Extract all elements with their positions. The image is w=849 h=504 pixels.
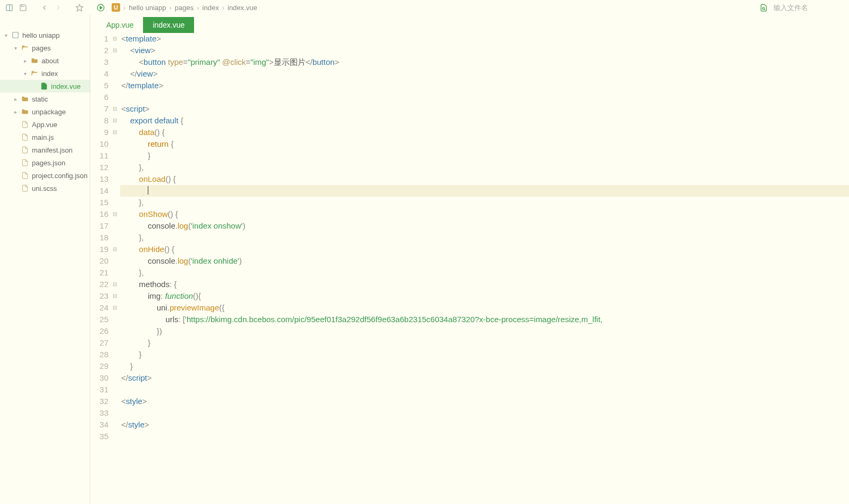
file-explorer[interactable]: ▾hello uniapp▾pages▸about▾indexindex.vue… (0, 15, 90, 504)
search-input[interactable] (771, 3, 846, 13)
breadcrumb-item[interactable]: index.vue (228, 4, 257, 12)
code-line[interactable]: </template> (120, 80, 849, 91)
save-icon[interactable] (17, 2, 29, 13)
code-line[interactable]: onHide() { (120, 243, 849, 255)
svg-rect-6 (13, 32, 19, 38)
fold-toggle-icon[interactable]: ⊟ (113, 33, 120, 45)
tree-node[interactable]: pages.json (0, 156, 90, 169)
code-line[interactable]: </script> (120, 372, 849, 384)
fold-toggle-icon (113, 173, 120, 185)
code-line[interactable] (120, 407, 849, 419)
tree-node-label: App.vue (32, 121, 57, 129)
code-line[interactable]: urls: ['https://bkimg.cdn.bcebos.com/pic… (120, 314, 849, 325)
uniapp-icon: U (112, 3, 120, 12)
fold-toggle-icon (113, 314, 120, 325)
editor-pane: App.vueindex.vue 12345678910111213141516… (90, 15, 849, 504)
code-line[interactable]: console.log('index onhide') (120, 255, 849, 267)
tree-node[interactable]: App.vue (0, 118, 90, 131)
breadcrumb-item[interactable]: index (203, 4, 219, 12)
tree-node[interactable]: main.js (0, 131, 90, 144)
fold-toggle-icon[interactable]: ⊟ (113, 45, 120, 56)
code-line[interactable]: }, (120, 162, 849, 173)
nav-back-icon[interactable] (38, 2, 50, 13)
code-line[interactable]: img: function(){ (120, 290, 849, 302)
code-line[interactable]: <style> (120, 396, 849, 407)
tree-node[interactable]: index.vue (0, 80, 90, 93)
expand-chevron-icon[interactable]: ▾ (22, 71, 28, 77)
fold-toggle-icon[interactable]: ⊟ (113, 115, 120, 127)
code-line[interactable]: console.log('index onshow') (120, 220, 849, 232)
tree-node[interactable]: manifest.json (0, 144, 90, 156)
code-line[interactable]: } (120, 150, 849, 162)
svg-marker-1 (76, 4, 83, 11)
fold-toggle-icon[interactable]: ⊟ (113, 279, 120, 290)
code-line[interactable]: <view> (120, 45, 849, 56)
code-line[interactable] (120, 431, 849, 442)
code-line[interactable]: data() { (120, 127, 849, 138)
tree-node[interactable]: ▾index (0, 67, 90, 80)
file-json-icon (21, 146, 29, 154)
folder-open-icon (30, 69, 39, 78)
code-editor[interactable]: 1234567891011121314151617181920212223242… (90, 33, 849, 504)
tree-node[interactable]: ▸static (0, 93, 90, 105)
fold-toggle-icon[interactable]: ⊟ (113, 208, 120, 220)
code-content[interactable]: <template> <view> <button type="primary"… (120, 33, 849, 504)
expand-chevron-icon[interactable]: ▸ (13, 96, 18, 102)
folder-icon (30, 56, 39, 65)
expand-chevron-icon[interactable]: ▾ (13, 45, 18, 51)
fold-toggle-icon[interactable]: ⊟ (113, 127, 120, 138)
run-icon[interactable] (95, 2, 106, 13)
tree-node[interactable]: ▾hello uniapp (0, 29, 90, 41)
tree-node[interactable]: uni.scss (0, 182, 90, 195)
code-line[interactable] (120, 384, 849, 396)
tree-node-label: unpackage (32, 108, 66, 116)
fold-gutter[interactable]: ⊟⊟⊟⊟⊟⊟⊟⊟⊟⊟ (113, 33, 120, 504)
fold-toggle-icon (113, 255, 120, 267)
code-line[interactable]: </view> (120, 68, 849, 80)
expand-chevron-icon[interactable]: ▸ (22, 58, 28, 64)
expand-chevron-icon[interactable]: ▾ (3, 32, 9, 38)
code-line[interactable]: <template> (120, 33, 849, 45)
fold-toggle-icon[interactable]: ⊟ (113, 103, 120, 115)
code-line[interactable]: }, (120, 267, 849, 279)
fold-toggle-icon (113, 372, 120, 384)
code-line[interactable]: onLoad() { (120, 173, 849, 185)
tree-node[interactable]: project.config.json (0, 169, 90, 182)
svg-marker-3 (100, 6, 102, 9)
code-line[interactable]: }, (120, 197, 849, 208)
tree-node[interactable]: ▸about (0, 54, 90, 67)
code-line[interactable]: <script> (120, 103, 849, 115)
code-line[interactable]: <button type="primary" @click="img">显示图片… (120, 56, 849, 68)
code-line[interactable]: return { (120, 138, 849, 150)
code-line[interactable]: }) (120, 325, 849, 337)
tree-node[interactable]: ▸unpackage (0, 105, 90, 118)
expand-chevron-icon[interactable]: ▸ (13, 109, 18, 115)
file-js-icon (21, 133, 29, 141)
star-icon[interactable] (73, 2, 85, 13)
code-line[interactable]: onShow() { (120, 208, 849, 220)
fold-toggle-icon (113, 349, 120, 360)
tree-node[interactable]: ▾pages (0, 41, 90, 54)
code-line[interactable]: methods: { (120, 279, 849, 290)
fold-toggle-icon[interactable]: ⊟ (113, 243, 120, 255)
code-line[interactable]: uni.previewImage({ (120, 302, 849, 314)
editor-tab[interactable]: index.vue (143, 17, 194, 33)
code-line[interactable]: } (120, 349, 849, 360)
file-search-icon[interactable] (758, 2, 769, 13)
code-line[interactable]: } (120, 360, 849, 372)
code-line[interactable]: </style> (120, 419, 849, 431)
fold-toggle-icon[interactable]: ⊟ (113, 302, 120, 314)
breadcrumb-item[interactable]: pages (175, 4, 194, 12)
code-line[interactable] (120, 185, 849, 197)
nav-forward-icon[interactable] (52, 2, 64, 13)
breadcrumb-item[interactable]: hello uniapp (129, 4, 166, 12)
code-line[interactable]: } (120, 337, 849, 349)
code-line[interactable] (120, 91, 849, 103)
tree-node-label: index.vue (51, 82, 81, 90)
fold-toggle-icon[interactable]: ⊟ (113, 290, 120, 302)
folder-icon (21, 107, 29, 116)
code-line[interactable]: export default { (120, 115, 849, 127)
project-icon[interactable] (3, 2, 15, 13)
editor-tab[interactable]: App.vue (97, 17, 143, 33)
code-line[interactable]: }, (120, 232, 849, 243)
